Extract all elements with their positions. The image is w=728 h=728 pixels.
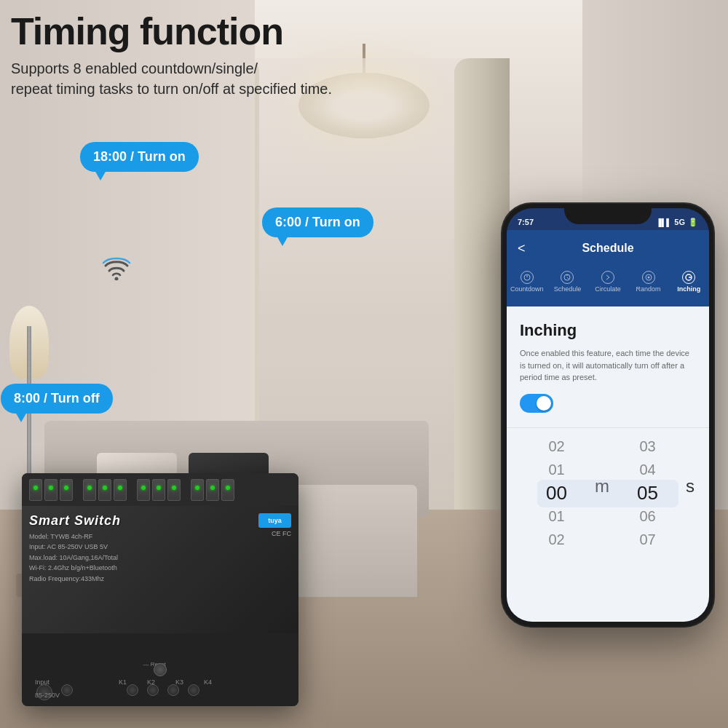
device-label-area: Smart Switch Model: TYWB 4ch-RF Input: A… — [29, 513, 291, 584]
device-bottom: — Reset Input K1 K2 K3 K4 — [22, 633, 298, 706]
btn-circle-6 — [188, 684, 199, 696]
reset-button[interactable] — [154, 663, 167, 676]
terminal-block-2 — [83, 479, 127, 501]
svg-point-0 — [115, 277, 119, 281]
terminal-block-4 — [191, 479, 234, 501]
device-specs: Model: TYWB 4ch-RF Input: AC 85-250V USB… — [29, 531, 291, 584]
terminal-1 — [29, 479, 42, 501]
terminal-11 — [206, 479, 219, 501]
terminal-12 — [221, 479, 234, 501]
terminal-7 — [137, 479, 150, 501]
wifi-icon — [102, 255, 131, 280]
terminal-9 — [167, 479, 181, 501]
terminal-block-1 — [29, 479, 73, 501]
terminal-block-3 — [137, 479, 181, 501]
terminal-6 — [114, 479, 127, 501]
btn-circle-3 — [127, 684, 138, 696]
background: Smart Switch Model: TYWB 4ch-RF Input: A… — [0, 0, 728, 728]
tuya-badge: tuya — [258, 513, 291, 528]
terminal-4 — [83, 479, 96, 501]
btn-circle-5 — [167, 684, 179, 696]
ce-badge: CE FC — [272, 530, 291, 537]
device-brand-label: Smart Switch — [29, 513, 291, 529]
terminal-2 — [44, 479, 58, 501]
device-body: Smart Switch Model: TYWB 4ch-RF Input: A… — [22, 473, 298, 706]
device-terminals — [22, 473, 298, 506]
voltage-label: 85-250V — [35, 692, 60, 699]
button-circles — [36, 684, 199, 700]
curtain-right — [454, 58, 510, 531]
device-wrapper: Smart Switch Model: TYWB 4ch-RF Input: A… — [22, 473, 298, 706]
btn-circle-4 — [147, 684, 159, 696]
terminal-8 — [152, 479, 165, 501]
btn-circle-2 — [61, 684, 73, 696]
terminal-3 — [60, 479, 73, 501]
terminal-10 — [191, 479, 204, 501]
terminal-5 — [98, 479, 111, 501]
